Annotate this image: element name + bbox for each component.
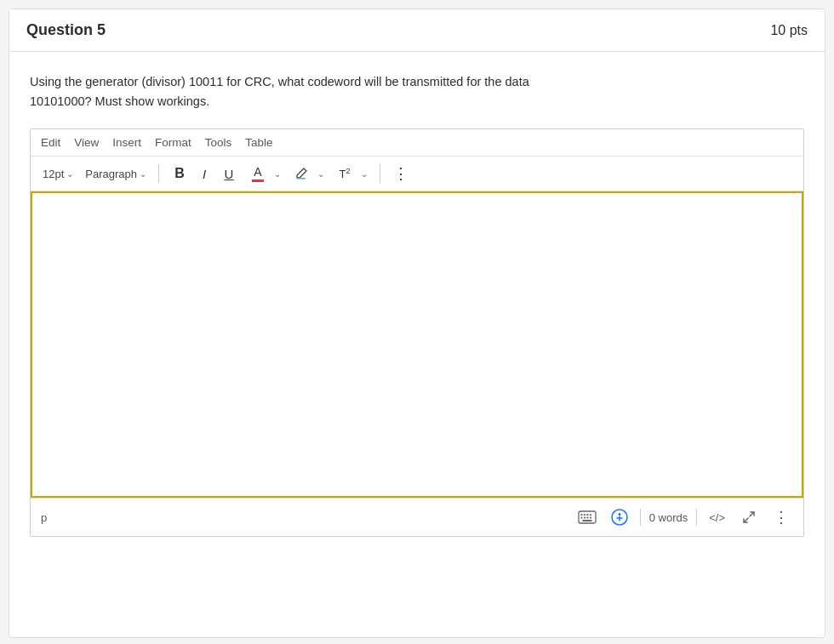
highlight-color-group: ⌄ (289, 162, 328, 185)
formatting-buttons: B I U (168, 162, 241, 185)
more-toolbar-options[interactable]: ⋮ (389, 162, 413, 185)
word-count: 0 words (649, 511, 688, 524)
highlight-dropdown[interactable]: ⌄ (314, 162, 328, 185)
italic-button[interactable]: I (192, 162, 216, 185)
editor-footer: p (31, 498, 803, 536)
menu-edit[interactable]: Edit (41, 134, 60, 151)
font-size-value: 12pt (43, 168, 64, 180)
font-color-group: A ⌄ (246, 162, 284, 185)
footer-divider (640, 509, 641, 526)
question-title: Question 5 (26, 21, 106, 39)
accessibility-icon[interactable] (608, 505, 631, 529)
toolbar-divider-2 (380, 164, 380, 183)
question-points: 10 pts (770, 23, 808, 38)
question-card: Question 5 10 pts Using the generator (d… (9, 9, 825, 638)
footer-divider-2 (696, 509, 697, 526)
svg-rect-6 (580, 517, 582, 519)
question-text: Using the generator (divisor) 10011 for … (30, 72, 804, 111)
svg-rect-5 (590, 514, 591, 516)
editor-menubar: Edit View Insert Format Tools Table (31, 129, 803, 157)
keyboard-icon[interactable] (575, 505, 599, 529)
menu-table[interactable]: Table (245, 134, 272, 151)
svg-rect-10 (582, 520, 591, 521)
menu-format[interactable]: Format (155, 134, 191, 151)
paragraph-selector[interactable]: Paragraph ⌄ (82, 166, 150, 182)
svg-point-12 (618, 513, 620, 516)
card-header: Question 5 10 pts (9, 9, 825, 52)
svg-rect-2 (580, 514, 582, 516)
svg-rect-9 (590, 517, 591, 519)
svg-rect-0 (297, 178, 306, 180)
svg-rect-4 (586, 514, 588, 516)
svg-rect-8 (586, 517, 588, 519)
underline-button[interactable]: U (217, 162, 241, 185)
question-text-line2: 10101000? Must show workings. (30, 94, 209, 108)
superscript-button[interactable]: T2 (333, 162, 357, 185)
superscript-group: T2 ⌄ (333, 162, 371, 185)
font-color-indicator (252, 180, 264, 182)
footer-right-controls: 0 words </> ⋮ (575, 505, 793, 529)
font-color-dropdown[interactable]: ⌄ (271, 162, 284, 185)
pencil-icon (294, 167, 308, 180)
card-body: Using the generator (divisor) 10011 for … (9, 52, 825, 550)
editor-content-area[interactable] (31, 191, 803, 498)
question-text-line1: Using the generator (divisor) 10011 for … (30, 75, 529, 88)
expand-icon[interactable] (737, 505, 761, 529)
paragraph-indicator: p (41, 511, 47, 524)
font-size-selector[interactable]: 12pt ⌄ (39, 166, 77, 182)
bold-button[interactable]: B (168, 162, 191, 185)
menu-insert[interactable]: Insert (112, 134, 141, 151)
paragraph-value: Paragraph (85, 168, 137, 180)
editor-toolbar: 12pt ⌄ Paragraph ⌄ B I U (31, 157, 803, 191)
paragraph-chevron: ⌄ (140, 169, 146, 179)
footer-more-options[interactable]: ⋮ (769, 505, 793, 529)
menu-view[interactable]: View (74, 134, 99, 151)
svg-rect-3 (584, 514, 586, 516)
svg-rect-7 (584, 517, 586, 519)
font-color-button[interactable]: A (246, 162, 270, 185)
toolbar-divider-1 (158, 164, 159, 183)
code-view-button[interactable]: </> (705, 505, 728, 529)
rich-text-editor: Edit View Insert Format Tools Table 12pt… (30, 128, 804, 537)
superscript-dropdown[interactable]: ⌄ (357, 162, 371, 185)
font-size-chevron: ⌄ (66, 169, 73, 179)
menu-tools[interactable]: Tools (205, 134, 232, 151)
highlight-button[interactable] (289, 162, 313, 185)
